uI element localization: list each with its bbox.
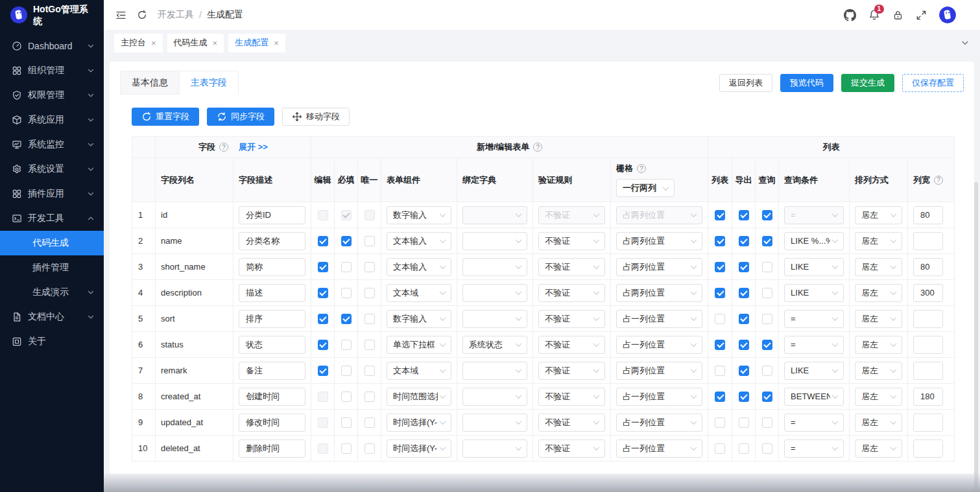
field-desc-input[interactable]: 备注 (239, 362, 305, 380)
align-select[interactable]: 居左 (855, 362, 902, 380)
edit-checkbox[interactable] (318, 417, 328, 428)
grid-span-select[interactable]: 占两列位置 (616, 284, 702, 302)
edit-checkbox[interactable] (318, 340, 328, 350)
query-cond-select[interactable]: = (784, 336, 844, 354)
breadcrumb-parent[interactable]: 开发工具 (158, 9, 194, 21)
query-checkbox[interactable] (762, 443, 772, 454)
query-cond-select[interactable]: LIKE %...% (784, 232, 844, 250)
export-checkbox[interactable] (739, 210, 749, 220)
dict-bind-select[interactable] (462, 206, 527, 224)
sidebar-item-sys-app[interactable]: 系统应用 (0, 108, 104, 132)
lock-screen-icon[interactable] (892, 10, 903, 21)
export-checkbox[interactable] (739, 314, 749, 324)
validate-rule-select[interactable]: 不验证 (538, 414, 605, 432)
align-select[interactable]: 居左 (855, 388, 902, 406)
query-checkbox[interactable] (762, 314, 772, 324)
column-width-input[interactable]: 80 (913, 258, 943, 276)
github-icon[interactable] (844, 9, 856, 21)
export-checkbox[interactable] (739, 262, 749, 272)
list-checkbox[interactable] (715, 392, 725, 402)
collapse-sidebar-icon[interactable] (115, 10, 126, 21)
form-component-select[interactable]: 文本域 (387, 284, 451, 302)
align-select[interactable]: 居左 (855, 284, 902, 302)
open-tab-2[interactable]: 代码生成× (167, 34, 224, 53)
sidebar-item-sys-setting[interactable]: 系统设置 (0, 157, 104, 182)
back-to-list-button[interactable]: 返回列表 (719, 74, 772, 92)
query-checkbox[interactable] (762, 392, 772, 402)
validate-rule-select[interactable]: 不验证 (538, 232, 605, 250)
list-checkbox[interactable] (715, 443, 725, 454)
refresh-page-icon[interactable] (137, 10, 147, 20)
export-checkbox[interactable] (739, 417, 749, 428)
unique-checkbox[interactable] (365, 262, 375, 272)
query-cond-select[interactable]: = (784, 439, 844, 458)
form-component-select[interactable]: 文本输入 (387, 258, 451, 276)
unique-checkbox[interactable] (365, 236, 375, 246)
export-checkbox[interactable] (739, 443, 749, 454)
edit-checkbox[interactable] (318, 262, 328, 272)
align-select[interactable]: 居左 (855, 258, 902, 276)
query-checkbox[interactable] (762, 340, 772, 350)
close-tab-icon[interactable]: × (213, 39, 218, 47)
submit-generate-button[interactable]: 提交生成 (841, 74, 894, 92)
field-desc-input[interactable]: 删除时间 (239, 439, 305, 458)
dict-bind-select[interactable] (462, 388, 527, 406)
align-select[interactable]: 居左 (855, 414, 902, 432)
fullscreen-icon[interactable] (916, 10, 927, 21)
sidebar-subitem-gen-demo[interactable]: 生成演示 (0, 280, 104, 305)
list-checkbox[interactable] (715, 210, 725, 220)
align-select[interactable]: 居左 (855, 232, 902, 250)
column-width-input[interactable]: 300 (913, 284, 943, 302)
column-width-input[interactable] (913, 232, 943, 250)
column-width-input[interactable] (913, 439, 943, 458)
column-width-input[interactable]: 180 (913, 388, 943, 406)
field-desc-input[interactable]: 分类ID (239, 206, 305, 224)
form-component-select[interactable]: 单选下拉框 (387, 336, 451, 354)
field-group-help-icon[interactable]: ? (219, 143, 228, 152)
column-width-input[interactable]: 80 (913, 206, 943, 224)
export-checkbox[interactable] (739, 366, 749, 376)
required-checkbox[interactable] (341, 443, 352, 454)
form-component-select[interactable]: 文本域 (387, 362, 451, 380)
expand-link[interactable]: 展开 >> (239, 141, 268, 153)
required-checkbox[interactable] (341, 392, 352, 402)
column-width-input[interactable] (913, 310, 943, 328)
sidebar-subitem-plugin-manage[interactable]: 插件管理 (0, 255, 104, 280)
open-tab-1[interactable]: 主控台× (114, 34, 163, 53)
required-checkbox[interactable] (341, 236, 352, 246)
open-tab-3[interactable]: 生成配置× (228, 34, 285, 53)
validate-rule-select[interactable]: 不验证 (538, 310, 605, 328)
list-checkbox[interactable] (715, 288, 725, 298)
query-cond-select[interactable]: = (784, 414, 844, 432)
grid-span-select[interactable]: 占两列位置 (616, 362, 702, 380)
sidebar-item-sys-monitor[interactable]: 系统监控 (0, 132, 104, 157)
list-checkbox[interactable] (715, 340, 725, 350)
validate-rule-select[interactable]: 不验证 (538, 439, 605, 458)
required-checkbox[interactable] (341, 314, 352, 324)
query-checkbox[interactable] (762, 417, 772, 428)
required-checkbox[interactable] (341, 210, 352, 220)
dict-bind-select[interactable] (462, 362, 527, 380)
required-checkbox[interactable] (341, 417, 352, 428)
export-checkbox[interactable] (739, 340, 749, 350)
grid-span-select[interactable]: 占两列位置 (616, 232, 702, 250)
field-desc-input[interactable]: 创建时间 (239, 388, 305, 406)
query-checkbox[interactable] (762, 210, 772, 220)
reset-fields-button[interactable]: 重置字段 (132, 108, 199, 126)
sync-fields-button[interactable]: 同步字段 (207, 108, 274, 126)
dict-bind-select[interactable] (462, 284, 527, 302)
form-group-help-icon[interactable]: ? (533, 143, 542, 152)
required-checkbox[interactable] (341, 288, 352, 298)
column-width-input[interactable] (913, 362, 943, 380)
form-component-select[interactable]: 时间选择(Y-... (387, 414, 451, 432)
close-tab-icon[interactable]: × (274, 39, 279, 47)
dict-bind-select[interactable] (462, 439, 527, 458)
sidebar-item-doc-center[interactable]: 文档中心 (0, 305, 104, 329)
export-checkbox[interactable] (739, 236, 749, 246)
query-cond-select[interactable]: = (784, 206, 844, 224)
query-checkbox[interactable] (762, 366, 772, 376)
unique-checkbox[interactable] (365, 314, 375, 324)
query-checkbox[interactable] (762, 236, 772, 246)
required-checkbox[interactable] (341, 366, 352, 376)
list-checkbox[interactable] (715, 236, 725, 246)
